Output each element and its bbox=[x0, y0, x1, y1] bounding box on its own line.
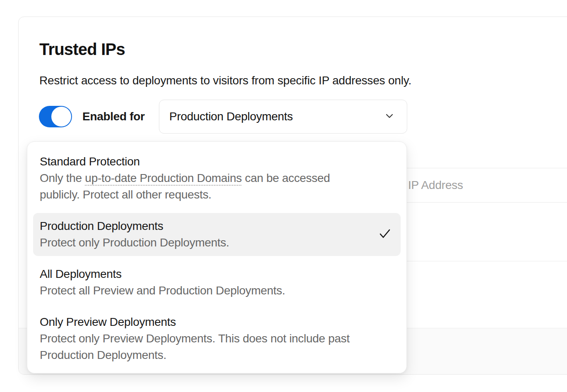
enabled-for-label: Enabled for bbox=[82, 106, 145, 127]
menu-item-all-deployments[interactable]: All Deployments Protect all Preview and … bbox=[33, 261, 401, 304]
page-title: Trusted IPs bbox=[39, 40, 125, 59]
menu-item-title: All Deployments bbox=[40, 266, 394, 282]
menu-item-description: Protect all Preview and Production Deplo… bbox=[40, 282, 394, 299]
page: Trusted IPs Restrict access to deploymen… bbox=[0, 0, 567, 392]
check-icon bbox=[378, 227, 392, 242]
toggle-knob bbox=[51, 107, 71, 127]
menu-item-description: Protect only Production Deployments. bbox=[40, 234, 394, 251]
menu-item-title: Standard Protection bbox=[40, 153, 394, 170]
select-value: Production Deployments bbox=[169, 110, 384, 123]
chevron-down-icon bbox=[384, 110, 395, 123]
menu-item-title: Only Preview Deployments bbox=[40, 314, 394, 330]
menu-item-production-deployments[interactable]: Production Deployments Protect only Prod… bbox=[33, 213, 401, 256]
trusted-ips-toggle[interactable] bbox=[39, 106, 72, 127]
card-description: Restrict access to deployments to visito… bbox=[39, 74, 411, 87]
deployment-scope-select[interactable]: Production Deployments bbox=[159, 100, 407, 134]
menu-item-description: Protect only Preview Deployments. This d… bbox=[40, 330, 387, 363]
menu-item-only-preview-deployments[interactable]: Only Preview Deployments Protect only Pr… bbox=[33, 309, 401, 368]
menu-item-description: Only the up-to-date Production Domains c… bbox=[40, 170, 363, 203]
menu-item-standard-protection[interactable]: Standard Protection Only the up-to-date … bbox=[33, 148, 401, 208]
desc-text: Only the bbox=[40, 172, 85, 184]
production-domains-link[interactable]: up-to-date Production Domains bbox=[85, 172, 242, 184]
deployment-scope-menu: Standard Protection Only the up-to-date … bbox=[27, 141, 407, 373]
menu-item-title: Production Deployments bbox=[40, 218, 394, 234]
